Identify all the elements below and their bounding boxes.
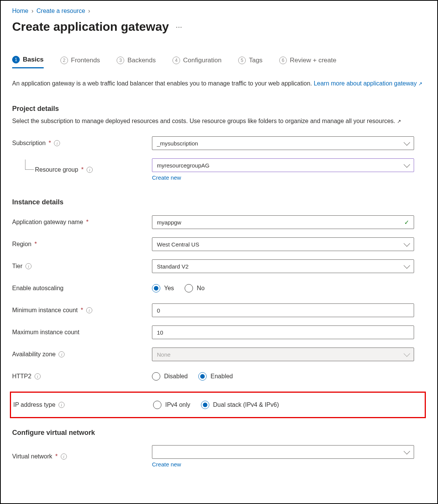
external-link-icon: ↗ (418, 81, 422, 87)
tab-label: Basics (23, 56, 44, 63)
tab-step-number: 3 (117, 57, 124, 64)
autoscaling-radio-group: Yes No (152, 284, 414, 292)
subscription-select[interactable]: _mysubscription (152, 136, 414, 150)
required-indicator: * (49, 140, 51, 147)
intro-text: An application gateway is a web traffic … (12, 79, 426, 88)
required-indicator: * (81, 307, 83, 314)
availability-zone-value: None (157, 351, 171, 358)
gateway-name-label: Application gateway name * (12, 219, 152, 226)
subscription-value: _mysubscription (157, 140, 198, 147)
ip-address-type-radio-group: IPv4 only Dual stack (IPv4 & IPv6) (153, 401, 415, 409)
info-icon[interactable]: i (25, 263, 32, 269)
gateway-name-value: myappgw (157, 219, 181, 226)
region-value: West Central US (157, 241, 199, 248)
region-label: Region * (12, 241, 152, 248)
wizard-tabs: 1 Basics 2 Frontends 3 Backends 4 Config… (12, 56, 426, 68)
radio-label: Dual stack (IPv4 & IPv6) (213, 401, 279, 408)
chevron-down-icon (404, 139, 410, 146)
breadcrumb-home[interactable]: Home (12, 8, 28, 14)
page-title: Create application gateway (12, 20, 169, 34)
tab-label: Frontends (71, 57, 100, 64)
tier-value: Standard V2 (157, 263, 188, 270)
info-icon[interactable]: i (54, 140, 60, 146)
autoscaling-no-radio[interactable]: No (185, 284, 204, 292)
info-icon[interactable]: i (35, 373, 41, 379)
ip-address-type-label: IP address type i (13, 401, 153, 408)
required-indicator: * (35, 241, 37, 248)
tab-step-number: 4 (172, 57, 180, 64)
tab-frontends[interactable]: 2 Frontends (60, 56, 100, 68)
radio-label: No (197, 285, 204, 292)
max-instance-label: Maximum instance count (12, 329, 152, 336)
required-indicator: * (81, 166, 84, 173)
tab-basics[interactable]: 1 Basics (12, 56, 44, 68)
dual-stack-radio[interactable]: Dual stack (IPv4 & IPv6) (201, 401, 279, 409)
chevron-down-icon (404, 161, 410, 168)
autoscaling-yes-radio[interactable]: Yes (152, 284, 174, 292)
tier-select[interactable]: Standard V2 (152, 259, 414, 273)
autoscaling-label: Enable autoscaling (12, 285, 152, 292)
tab-configuration[interactable]: 4 Configuration (172, 56, 221, 68)
tab-review-create[interactable]: 6 Review + create (279, 56, 336, 68)
tab-step-number: 6 (279, 57, 287, 64)
tab-backends[interactable]: 3 Backends (117, 56, 156, 68)
gateway-name-input[interactable]: myappgw ✓ (152, 215, 414, 229)
min-instance-label: Minimum instance count * i (12, 307, 152, 314)
tab-label: Backends (127, 57, 156, 64)
tab-tags[interactable]: 5 Tags (238, 56, 262, 68)
resource-group-value: myresourcegroupAG (157, 162, 209, 169)
http2-label: HTTP2 i (12, 373, 152, 380)
info-icon[interactable]: i (59, 402, 65, 408)
create-new-vnet-link[interactable]: Create new (152, 461, 414, 468)
max-instance-value: 10 (157, 329, 163, 336)
radio-label: Disabled (164, 373, 188, 380)
tab-step-number: 5 (238, 57, 246, 64)
min-instance-input[interactable]: 0 (152, 303, 414, 317)
chevron-right-icon: › (88, 8, 90, 14)
section-instance-details-heading: Instance details (12, 198, 426, 206)
min-instance-value: 0 (157, 307, 160, 314)
region-select[interactable]: West Central US (152, 237, 414, 251)
section-project-details-heading: Project details (12, 105, 426, 113)
section-project-details-desc: Select the subscription to manage deploy… (12, 117, 426, 126)
info-icon[interactable]: i (86, 307, 92, 313)
virtual-network-select[interactable] (152, 445, 414, 459)
external-link-icon: ↗ (397, 118, 401, 124)
http2-enabled-radio[interactable]: Enabled (198, 372, 233, 381)
required-indicator: * (55, 453, 58, 460)
learn-more-link[interactable]: Learn more about application gateway ↗ (314, 80, 423, 87)
chevron-down-icon (404, 448, 410, 455)
http2-radio-group: Disabled Enabled (152, 372, 414, 381)
radio-icon (198, 372, 207, 381)
radio-icon (153, 401, 161, 409)
subscription-label: Subscription * i (12, 140, 152, 147)
virtual-network-label: Virtual network * i (12, 453, 152, 460)
tab-step-number: 2 (60, 57, 68, 64)
radio-icon (185, 284, 193, 292)
chevron-down-icon (404, 262, 410, 269)
info-icon[interactable]: i (61, 453, 67, 460)
checkmark-icon: ✓ (404, 219, 409, 226)
ip-address-type-highlight: IP address type i IPv4 only Dual stack (… (10, 392, 426, 418)
http2-disabled-radio[interactable]: Disabled (152, 372, 188, 381)
radio-icon (201, 401, 209, 409)
ipv4-only-radio[interactable]: IPv4 only (153, 401, 190, 409)
create-new-resource-group-link[interactable]: Create new (152, 174, 414, 181)
radio-label: Yes (164, 285, 174, 292)
info-icon[interactable]: i (87, 167, 93, 173)
max-instance-input[interactable]: 10 (152, 325, 414, 339)
chevron-right-icon: › (32, 8, 33, 14)
availability-zone-select[interactable]: None (152, 348, 414, 361)
radio-label: IPv4 only (165, 401, 190, 408)
radio-icon (152, 284, 160, 292)
section-virtual-network-heading: Configure virtual network (12, 429, 426, 437)
breadcrumb: Home › Create a resource › (12, 8, 426, 14)
resource-group-select[interactable]: myresourcegroupAG (152, 158, 414, 172)
tier-label: Tier i (12, 263, 152, 270)
chevron-down-icon (404, 240, 410, 247)
more-options-icon[interactable]: ··· (176, 22, 182, 31)
info-icon[interactable]: i (59, 351, 65, 357)
availability-zone-label: Availability zone i (12, 351, 152, 358)
breadcrumb-create-resource[interactable]: Create a resource (36, 8, 85, 14)
tab-label: Tags (249, 57, 262, 64)
